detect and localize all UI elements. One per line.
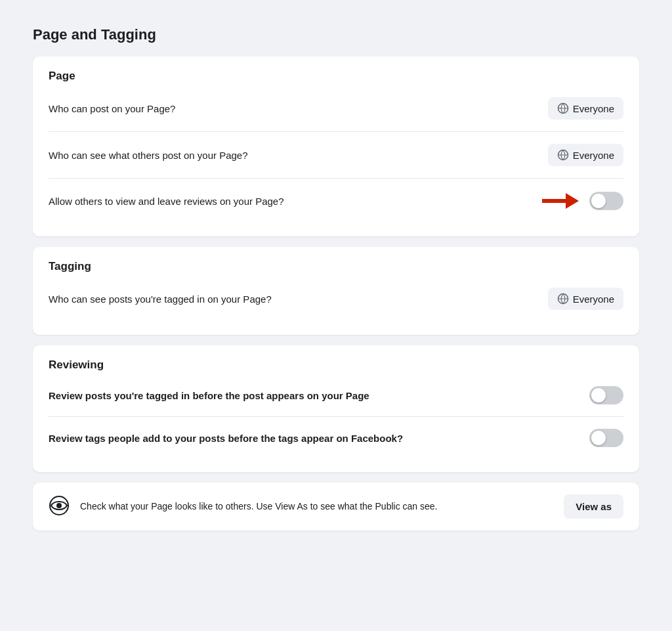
- arrow-toggle-container: [542, 190, 623, 211]
- review-tagged-posts-label: Review posts you're tagged in before the…: [49, 390, 589, 401]
- allow-reviews-row: Allow others to view and leave reviews o…: [49, 179, 623, 223]
- page-title: Page and Tagging: [33, 26, 639, 43]
- allow-reviews-slider: [589, 192, 623, 210]
- who-can-see-tagged-dropdown[interactable]: Everyone: [548, 288, 623, 310]
- who-can-post-label: Who can post on your Page?: [49, 103, 548, 114]
- globe-icon-2: [557, 149, 569, 161]
- review-tags-toggle[interactable]: [589, 429, 623, 447]
- who-can-see-others-post-dropdown[interactable]: Everyone: [548, 144, 623, 166]
- review-tags-slider: [589, 429, 623, 447]
- eye-icon: [49, 495, 70, 516]
- who-can-see-others-post-value: Everyone: [573, 150, 614, 161]
- review-tags-row: Review tags people add to your posts bef…: [49, 417, 623, 459]
- review-tagged-posts-row: Review posts you're tagged in before the…: [49, 374, 623, 417]
- view-as-card: Check what your Page looks like to other…: [33, 483, 639, 531]
- who-can-see-others-post-row: Who can see what others post on your Pag…: [49, 132, 623, 179]
- review-tags-label: Review tags people add to your posts bef…: [49, 433, 589, 444]
- review-tagged-posts-toggle[interactable]: [589, 386, 623, 404]
- who-can-post-row: Who can post on your Page? Everyone: [49, 85, 623, 132]
- view-as-description: Check what your Page looks like to other…: [80, 500, 553, 513]
- page-section-title: Page: [49, 70, 623, 83]
- view-as-button[interactable]: View as: [564, 494, 623, 519]
- svg-point-4: [56, 503, 62, 508]
- allow-reviews-label: Allow others to view and leave reviews o…: [49, 196, 542, 207]
- who-can-see-tagged-value: Everyone: [573, 294, 614, 305]
- globe-icon: [557, 102, 569, 114]
- who-can-see-others-post-label: Who can see what others post on your Pag…: [49, 150, 548, 161]
- page-section-card: Page Who can post on your Page? Everyone…: [33, 56, 639, 236]
- eye-icon-wrapper: [49, 495, 70, 519]
- who-can-post-dropdown[interactable]: Everyone: [548, 97, 623, 120]
- globe-icon-3: [557, 293, 569, 305]
- who-can-see-tagged-label: Who can see posts you're tagged in on yo…: [49, 294, 548, 305]
- reviewing-section-title: Reviewing: [49, 359, 623, 372]
- tagging-section-card: Tagging Who can see posts you're tagged …: [33, 247, 639, 335]
- red-arrow-annotation: [542, 190, 581, 211]
- reviewing-section-card: Reviewing Review posts you're tagged in …: [33, 345, 639, 472]
- review-tagged-posts-slider: [589, 386, 623, 404]
- tagging-section-title: Tagging: [49, 260, 623, 273]
- allow-reviews-toggle[interactable]: [589, 192, 623, 210]
- who-can-see-tagged-row: Who can see posts you're tagged in on yo…: [49, 276, 623, 322]
- who-can-post-value: Everyone: [573, 103, 614, 114]
